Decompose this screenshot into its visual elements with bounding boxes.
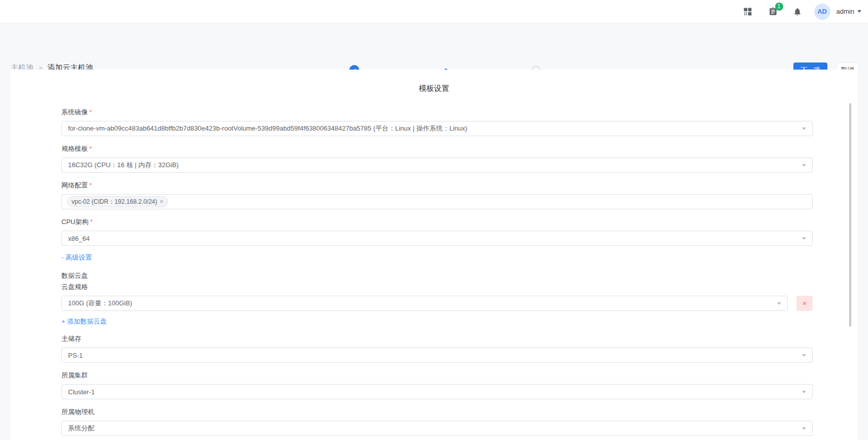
- vertical-scrollbar-thumb[interactable]: [849, 103, 851, 327]
- tasks-clipboard-icon[interactable]: 1: [767, 6, 779, 17]
- physical-host-select[interactable]: 系统分配: [61, 421, 813, 436]
- chevron-down-icon: [857, 10, 861, 13]
- data-disk-section-label: 数据云盘: [61, 271, 813, 280]
- physical-host-label: 所属物理机: [61, 407, 813, 417]
- network-config-select[interactable]: vpc-02 (CIDR：192.168.2.0/24) ×: [61, 194, 813, 209]
- cluster-select[interactable]: Cluster-1: [61, 384, 813, 399]
- disk-spec-value: 100G (容量：100GiB): [68, 299, 132, 308]
- required-asterisk: *: [89, 181, 92, 189]
- disk-spec-row: 100G (容量：100GiB) ×: [61, 296, 813, 311]
- remove-disk-button[interactable]: ×: [796, 296, 813, 311]
- add-data-disk-link[interactable]: + 添加数据云盘: [61, 317, 107, 326]
- system-image-value: for-clone-vm-ab09cc483ab641d8bffb2b7d830…: [68, 124, 468, 133]
- cpu-arch-label: CPU架构*: [61, 217, 813, 227]
- network-tag: vpc-02 (CIDR：192.168.2.0/24) ×: [67, 196, 168, 207]
- page-header: 主机池 > 添加云主机池 ✓ 下一项 取消: [0, 23, 868, 70]
- chevron-down-icon: [802, 354, 806, 357]
- user-menu[interactable]: admin: [837, 8, 861, 15]
- network-tag-label: vpc-02 (CIDR：192.168.2.0/24): [72, 198, 157, 206]
- chevron-down-icon: [802, 427, 806, 430]
- system-image-select[interactable]: for-clone-vm-ab09cc483ab641d8bffb2b7d830…: [61, 121, 813, 136]
- chevron-down-icon: [802, 164, 806, 167]
- top-bar: 1 AD admin: [0, 0, 868, 23]
- remove-tag-icon[interactable]: ×: [160, 198, 163, 205]
- primary-storage-select[interactable]: PS-1: [61, 348, 813, 363]
- spec-template-select[interactable]: 16C32G (CPU：16 核 | 内存：32GiB): [61, 158, 813, 173]
- chevron-down-icon: [802, 128, 806, 130]
- chevron-down-icon: [777, 302, 781, 305]
- system-image-label: 系统镜像*: [61, 108, 813, 117]
- task-count-badge: 1: [775, 3, 783, 11]
- spec-template-label: 规格模板*: [61, 144, 813, 153]
- form-title: 模板设置: [11, 70, 857, 93]
- user-name-label: admin: [837, 8, 854, 15]
- primary-storage-label: 主储存: [61, 334, 813, 343]
- form-card: 模板设置 系统镜像* for-clone-vm-ab09cc483ab641d8…: [11, 70, 857, 440]
- cpu-arch-value: x86_64: [68, 235, 90, 242]
- disk-spec-label: 云盘规格: [61, 282, 813, 292]
- network-config-label: 网络配置*: [61, 181, 813, 190]
- physical-host-value: 系统分配: [68, 424, 94, 433]
- apps-grid-icon[interactable]: [742, 6, 753, 17]
- cpu-arch-select[interactable]: x86_64: [61, 231, 813, 246]
- disk-spec-select[interactable]: 100G (容量：100GiB): [61, 296, 788, 311]
- cluster-label: 所属集群: [61, 371, 813, 380]
- required-asterisk: *: [89, 145, 92, 152]
- notifications-bell-icon[interactable]: [792, 6, 803, 17]
- cluster-value: Cluster-1: [68, 388, 95, 396]
- chevron-down-icon: [802, 237, 806, 240]
- chevron-down-icon: [802, 391, 806, 393]
- template-settings-form: 系统镜像* for-clone-vm-ab09cc483ab641d8bffb2…: [61, 108, 813, 436]
- advanced-settings-toggle[interactable]: - 高级设置: [61, 253, 92, 262]
- spec-template-value: 16C32G (CPU：16 核 | 内存：32GiB): [68, 161, 179, 170]
- required-asterisk: *: [89, 108, 92, 116]
- required-asterisk: *: [90, 218, 92, 226]
- primary-storage-value: PS-1: [68, 352, 83, 359]
- user-avatar[interactable]: AD: [814, 4, 830, 20]
